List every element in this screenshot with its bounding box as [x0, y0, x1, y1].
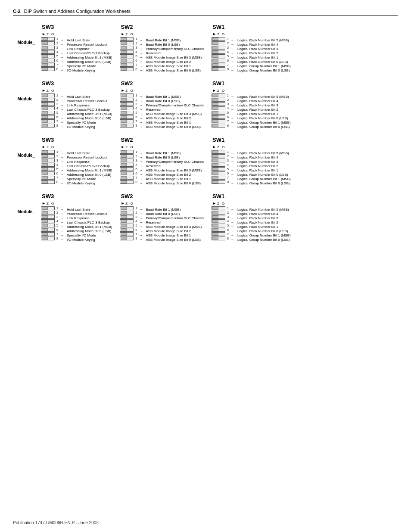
dip-switch[interactable]	[120, 106, 134, 110]
dip-switch[interactable]	[212, 54, 225, 58]
dip-switch[interactable]	[41, 171, 55, 175]
dip-switch[interactable]	[41, 111, 55, 115]
dip-switch[interactable]	[212, 37, 225, 41]
dip-switch[interactable]	[120, 102, 134, 106]
dip-switch[interactable]	[41, 93, 55, 97]
dip-switch[interactable]	[212, 93, 225, 97]
dip-switch[interactable]	[41, 228, 55, 232]
dip-switch[interactable]	[120, 167, 134, 171]
dip-switch-toggle	[212, 111, 218, 114]
dip-switch[interactable]	[41, 41, 55, 45]
dip-switch[interactable]	[212, 206, 225, 210]
dip-switch[interactable]	[41, 163, 55, 167]
dip-switch[interactable]	[212, 41, 225, 45]
dip-switch[interactable]	[212, 63, 225, 67]
dip-switch[interactable]	[41, 211, 55, 215]
dip-switch[interactable]	[41, 98, 55, 102]
dip-switch[interactable]	[120, 119, 134, 123]
dip-switch[interactable]	[41, 206, 55, 210]
dip-switch[interactable]	[120, 93, 134, 97]
dip-switch[interactable]	[120, 150, 134, 154]
dip-switch[interactable]	[41, 159, 55, 162]
dip-switch[interactable]	[120, 215, 134, 219]
dip-switch[interactable]	[41, 180, 55, 184]
dip-switch-toggle	[212, 180, 218, 184]
dip-switch[interactable]	[120, 115, 134, 119]
sw-row: 3	[41, 46, 59, 50]
dip-switch[interactable]	[41, 150, 55, 154]
dip-switch[interactable]	[212, 124, 225, 128]
dip-switch[interactable]	[41, 102, 55, 106]
dip-switch[interactable]	[41, 67, 55, 71]
dip-switch[interactable]	[212, 115, 225, 119]
dip-switch[interactable]	[212, 224, 225, 227]
dip-switch[interactable]	[41, 232, 55, 236]
dip-switch[interactable]	[120, 54, 134, 58]
sw-label-row: →Logical Rack Number Bit 3	[230, 216, 291, 220]
dip-switch[interactable]	[41, 167, 55, 171]
dip-switch[interactable]	[120, 176, 134, 180]
dip-switch[interactable]	[212, 219, 225, 223]
dip-switch[interactable]	[41, 224, 55, 227]
dip-switch[interactable]	[41, 37, 55, 41]
dip-switch[interactable]	[120, 37, 134, 41]
dip-switch[interactable]	[120, 46, 134, 50]
dip-switch[interactable]	[120, 232, 134, 236]
dip-switch[interactable]	[120, 59, 134, 62]
dip-switch[interactable]	[212, 67, 225, 71]
dip-switch[interactable]	[120, 41, 134, 45]
dip-switch[interactable]	[120, 124, 134, 128]
dip-switch[interactable]	[41, 119, 55, 123]
dip-switch[interactable]	[41, 176, 55, 180]
dip-switch[interactable]	[212, 154, 225, 158]
dip-switch[interactable]	[120, 211, 134, 215]
dip-switch[interactable]	[212, 98, 225, 102]
dip-switch[interactable]	[212, 119, 225, 123]
dip-switch[interactable]	[212, 211, 225, 215]
dip-switch[interactable]	[120, 206, 134, 210]
dip-switch[interactable]	[41, 54, 55, 58]
dip-switch[interactable]	[41, 124, 55, 128]
dip-switch[interactable]	[120, 159, 134, 162]
dip-switch[interactable]	[120, 50, 134, 54]
dip-switch[interactable]	[41, 46, 55, 50]
dip-switch[interactable]	[212, 176, 225, 180]
dip-switch[interactable]	[120, 171, 134, 175]
dip-switch[interactable]	[212, 46, 225, 50]
dip-switch[interactable]	[41, 106, 55, 110]
dip-switch[interactable]	[212, 106, 225, 110]
dip-switch[interactable]	[212, 150, 225, 154]
dip-switch[interactable]	[212, 102, 225, 106]
dip-switch[interactable]	[212, 167, 225, 171]
dip-switch[interactable]	[41, 154, 55, 158]
dip-switch[interactable]	[41, 63, 55, 67]
dip-switch[interactable]	[120, 111, 134, 115]
dip-switch[interactable]	[212, 111, 225, 115]
dip-switch[interactable]	[41, 59, 55, 62]
dip-switch[interactable]	[212, 50, 225, 54]
dip-switch[interactable]	[120, 219, 134, 223]
dip-switch[interactable]	[212, 159, 225, 162]
dip-switch[interactable]	[120, 180, 134, 184]
dip-switch[interactable]	[41, 115, 55, 119]
dip-switch[interactable]	[120, 163, 134, 167]
dip-switch[interactable]	[212, 232, 225, 236]
dip-switch[interactable]	[41, 50, 55, 54]
dip-switch[interactable]	[212, 163, 225, 167]
dip-switch[interactable]	[120, 67, 134, 71]
dip-switch[interactable]	[212, 215, 225, 219]
dip-switch[interactable]	[120, 224, 134, 227]
dip-switch[interactable]	[120, 154, 134, 158]
dip-switch[interactable]	[120, 98, 134, 102]
dip-switch[interactable]	[120, 228, 134, 232]
dip-switch[interactable]	[212, 171, 225, 175]
dip-switch[interactable]	[212, 180, 225, 184]
dip-switch[interactable]	[41, 236, 55, 240]
dip-switch[interactable]	[41, 215, 55, 219]
dip-switch[interactable]	[120, 236, 134, 240]
dip-switch[interactable]	[212, 228, 225, 232]
dip-switch[interactable]	[120, 63, 134, 67]
dip-switch[interactable]	[212, 236, 225, 240]
dip-switch[interactable]	[41, 219, 55, 223]
dip-switch[interactable]	[212, 59, 225, 62]
